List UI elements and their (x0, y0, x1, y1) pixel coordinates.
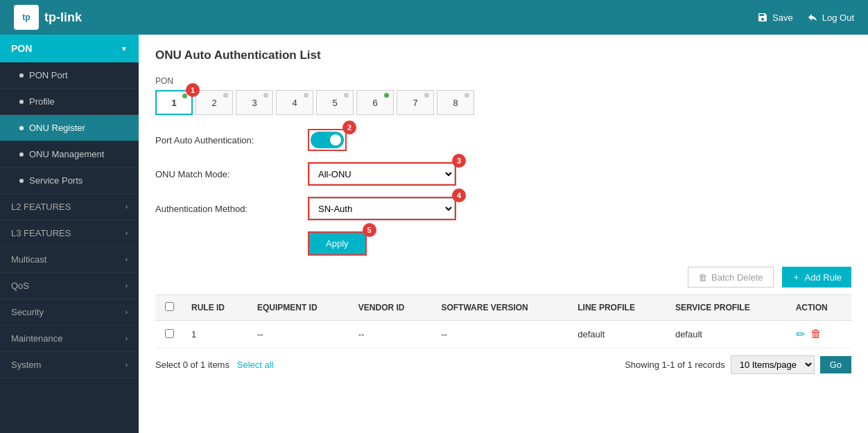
sidebar-item-onu-management[interactable]: ONU Management (0, 141, 139, 168)
go-button[interactable]: Go (820, 356, 851, 373)
port-status-dot (263, 93, 268, 98)
cell-rule-id: 1 (183, 321, 249, 348)
main-layout: PON ▼ PON Port Profile ONU Register ONU … (0, 35, 868, 433)
sidebar-system[interactable]: System › (0, 352, 139, 378)
pon-section: PON 1 1 2 3 (155, 76, 851, 115)
sidebar-item-service-ports[interactable]: Service Ports (0, 168, 139, 194)
sidebar-multicast[interactable]: Multicast › (0, 247, 139, 273)
chevron-right-icon: › (125, 203, 128, 211)
port-status-dot (304, 93, 309, 98)
rules-table: RULE ID EQUIPMENT ID VENDOR ID SOFTWARE … (155, 294, 851, 348)
dot-icon (19, 126, 24, 130)
cell-vendor-id: -- (350, 321, 433, 348)
dot-icon (19, 100, 24, 104)
edit-icon[interactable]: ✏ (796, 328, 805, 341)
add-rule-button[interactable]: ＋ Add Rule (782, 267, 851, 288)
row-checkbox-col (155, 321, 183, 348)
select-all-link[interactable]: Select all (237, 360, 274, 370)
step-badge-1: 1 (186, 83, 200, 97)
onu-match-mode-row: ONU Match Mode: All-ONU Specific-ONU 3 (155, 162, 851, 186)
chevron-right-icon: › (125, 229, 128, 237)
sidebar-qos[interactable]: QoS › (0, 273, 139, 299)
apply-button[interactable]: Apply (308, 231, 367, 256)
header-equipment-id: EQUIPMENT ID (249, 295, 350, 321)
sidebar-item-onu-register[interactable]: ONU Register (0, 115, 139, 141)
sidebar-item-label: Profile (29, 96, 55, 107)
cell-equipment-id: -- (249, 321, 350, 348)
table-footer: Select 0 of 1 items Select all Showing 1… (155, 355, 851, 374)
cell-action: ✏ 🗑 (788, 321, 851, 348)
sidebar-l2-features[interactable]: L2 FEATURES › (0, 194, 139, 220)
batch-delete-button[interactable]: 🗑 Batch Delete (688, 267, 773, 288)
logo-text: tp-link (44, 10, 82, 25)
auth-method-select[interactable]: SN-Auth Password-Auth SN-Password-Auth (309, 198, 455, 219)
topbar: tp tp-link Save Log Out (0, 0, 868, 35)
plus-icon: ＋ (792, 271, 801, 283)
sidebar-item-label: ONU Register (29, 123, 85, 133)
logout-label: Log Out (822, 12, 854, 23)
pon-chevron-icon: ▼ (121, 45, 128, 53)
port-auto-auth-control: 2 (308, 129, 347, 151)
cell-software-version: -- (433, 321, 569, 348)
port-auto-auth-toggle[interactable] (311, 132, 344, 148)
sidebar-group-label: System (11, 360, 41, 370)
auth-method-wrapper: SN-Auth Password-Auth SN-Password-Auth (308, 197, 456, 220)
toggle-wrapper (308, 129, 347, 151)
pon-port-8[interactable]: 8 (437, 90, 474, 115)
sidebar-group-label: L2 FEATURES (11, 202, 71, 212)
dot-icon (19, 73, 24, 78)
logout-button[interactable]: Log Out (807, 12, 854, 23)
save-label: Save (772, 12, 793, 23)
sidebar-pon-header[interactable]: PON ▼ (0, 35, 139, 62)
pon-port-4[interactable]: 4 (276, 90, 313, 115)
dot-icon (19, 152, 24, 157)
onu-match-mode-control: All-ONU Specific-ONU 3 (308, 162, 456, 186)
sidebar-pon-label: PON (11, 43, 32, 54)
toggle-knob (330, 134, 341, 145)
header-checkbox-col (155, 295, 183, 321)
add-rule-label: Add Rule (805, 272, 842, 283)
save-button[interactable]: Save (757, 12, 793, 23)
select-info: Select 0 of 1 items Select all (155, 360, 274, 370)
port-status-dot (384, 93, 389, 98)
content-area: ONU Auto Authentication List PON 1 1 2 (139, 35, 868, 433)
select-all-checkbox[interactable] (165, 302, 174, 311)
chevron-right-icon: › (125, 361, 128, 369)
select-count: Select 0 of 1 items (155, 360, 229, 370)
logo-icon: tp (14, 5, 39, 30)
chevron-right-icon: › (125, 282, 128, 290)
pon-port-6[interactable]: 6 (356, 90, 394, 115)
pon-port-2[interactable]: 2 (196, 90, 233, 115)
delete-icon[interactable]: 🗑 (810, 328, 822, 341)
sidebar-l3-features[interactable]: L3 FEATURES › (0, 220, 139, 247)
action-icons: ✏ 🗑 (796, 328, 843, 341)
page-title: ONU Auto Authentication List (155, 48, 851, 62)
sidebar-security[interactable]: Security › (0, 299, 139, 326)
auth-method-label: Authentication Method: (155, 204, 308, 214)
pon-port-5[interactable]: 5 (316, 90, 354, 115)
sidebar-item-label: ONU Management (29, 149, 104, 159)
pon-port-1-container: 1 1 (155, 90, 193, 115)
pon-port-3[interactable]: 3 (236, 90, 273, 115)
sidebar-maintenance[interactable]: Maintenance › (0, 326, 139, 352)
cell-line-profile: default (569, 321, 667, 348)
topbar-actions: Save Log Out (757, 12, 854, 23)
table-row: 1 -- -- -- default default ✏ 🗑 (155, 321, 851, 348)
onu-match-mode-select[interactable]: All-ONU Specific-ONU (309, 164, 455, 184)
header-line-profile: LINE PROFILE (569, 295, 667, 321)
sidebar-group-label: QoS (11, 281, 29, 291)
row-checkbox[interactable] (165, 329, 174, 338)
apply-control: Apply 5 (308, 231, 367, 256)
sidebar-group-label: L3 FEATURES (11, 228, 71, 238)
sidebar-group-label: Security (11, 307, 44, 317)
pon-port-7[interactable]: 7 (397, 90, 434, 115)
sidebar-item-profile[interactable]: Profile (0, 89, 139, 115)
page-size-select[interactable]: 10 Items/page 20 Items/page 50 Items/pag… (731, 355, 815, 374)
batch-delete-label: Batch Delete (711, 272, 763, 283)
cell-service-profile: default (667, 321, 788, 348)
port-status-dot (344, 93, 349, 98)
auth-method-row: Authentication Method: SN-Auth Password-… (155, 197, 851, 220)
sidebar-item-label: PON Port (29, 70, 68, 80)
trash-icon: 🗑 (698, 272, 707, 283)
sidebar-item-pon-port[interactable]: PON Port (0, 62, 139, 89)
